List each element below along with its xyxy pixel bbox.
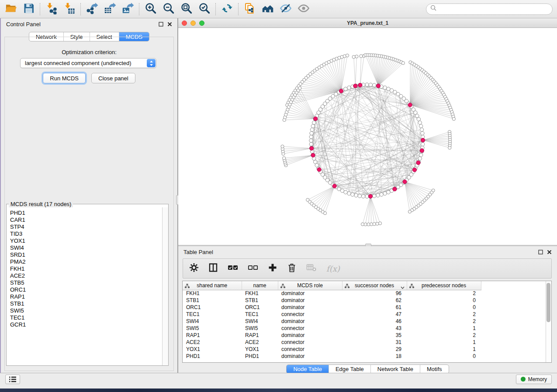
mcds-result-item[interactable]: STB5 xyxy=(10,279,162,286)
table-cell[interactable]: FKH1 xyxy=(183,290,242,297)
close-panel-icon[interactable] xyxy=(167,21,172,28)
import-network-button[interactable] xyxy=(42,1,60,17)
first-neighbors-button[interactable] xyxy=(259,1,277,17)
table-cell[interactable]: 61 xyxy=(342,304,407,311)
table-cell[interactable]: STB1 xyxy=(242,297,278,304)
tab-node-table[interactable]: Node Table xyxy=(287,365,329,373)
export-table-button[interactable] xyxy=(101,1,119,17)
table-row[interactable]: PHD1PHD1dominator180 xyxy=(183,353,544,360)
mcds-result-item[interactable]: GCR1 xyxy=(10,321,162,328)
table-cell[interactable]: PHD1 xyxy=(242,353,278,360)
table-row[interactable]: TEC1TEC1connector472 xyxy=(183,311,544,318)
table-row[interactable]: SWI5SWI5connector431 xyxy=(183,325,544,332)
table-cell[interactable]: dominator xyxy=(278,318,342,325)
table-row[interactable]: ORC1ORC1dominator610 xyxy=(183,304,544,311)
export-image-button[interactable] xyxy=(119,1,137,17)
table-cell[interactable]: STB1 xyxy=(183,297,242,304)
mcds-result-item[interactable]: STP4 xyxy=(10,224,162,230)
save-session-button[interactable] xyxy=(20,1,38,17)
export-network-button[interactable] xyxy=(83,1,101,17)
run-mcds-button[interactable]: Run MCDS xyxy=(43,73,86,83)
table-cell[interactable]: 0 xyxy=(407,353,481,360)
table-row[interactable]: SWI4SWI4dominator462 xyxy=(183,318,544,325)
table-cell[interactable]: dominator xyxy=(278,332,342,339)
table-cell[interactable]: 46 xyxy=(342,318,407,325)
zoom-fit-button[interactable] xyxy=(177,1,195,17)
scrollbar-thumb[interactable] xyxy=(547,283,550,322)
table-cell[interactable]: dominator xyxy=(278,353,342,360)
tab-network-table[interactable]: Network Table xyxy=(370,365,420,373)
mcds-result-item[interactable]: CAR1 xyxy=(10,217,162,224)
table-cell[interactable]: TEC1 xyxy=(242,311,278,318)
table-cell[interactable]: 43 xyxy=(342,325,407,332)
mcds-result-item[interactable]: RAP1 xyxy=(10,293,162,300)
network-canvas[interactable] xyxy=(178,28,557,245)
table-cell[interactable]: 2 xyxy=(407,318,481,325)
search-input[interactable] xyxy=(439,6,548,12)
zoom-out-button[interactable] xyxy=(159,1,177,17)
column-header-predecessor-nodes[interactable]: predecessor nodes xyxy=(407,281,481,290)
float-panel-icon[interactable] xyxy=(159,21,163,28)
mcds-result-item[interactable]: SWI5 xyxy=(10,307,162,314)
table-row[interactable]: FKH1FKH1dominator962 xyxy=(183,290,544,297)
table-cell[interactable]: YOX1 xyxy=(183,346,242,353)
table-cell[interactable]: ACE2 xyxy=(183,339,242,346)
zoom-selected-button[interactable] xyxy=(195,1,213,17)
mcds-result-item[interactable]: YOX1 xyxy=(10,237,162,244)
tab-motifs[interactable]: Motifs xyxy=(420,365,449,373)
table-cell[interactable]: RAP1 xyxy=(242,332,278,339)
show-task-history-button[interactable] xyxy=(5,375,20,384)
table-cell[interactable]: dominator xyxy=(278,290,342,297)
table-cell[interactable]: SWI4 xyxy=(183,318,242,325)
refresh-view-button[interactable] xyxy=(218,1,236,17)
table-row[interactable]: YOX1YOX1connector291 xyxy=(183,346,544,353)
mcds-result-item[interactable]: PHD1 xyxy=(10,210,162,217)
table-cell[interactable]: ORC1 xyxy=(242,304,278,311)
network-graph[interactable] xyxy=(178,28,557,245)
table-row[interactable]: ACE2ACE2connector311 xyxy=(183,339,544,346)
table-cell[interactable]: ORC1 xyxy=(183,304,242,311)
column-header-name[interactable]: name xyxy=(242,281,278,290)
table-cell[interactable]: connector xyxy=(278,311,342,318)
close-panel-icon[interactable] xyxy=(547,248,552,256)
table-cell[interactable]: 0 xyxy=(407,297,481,304)
table-cell[interactable]: 2 xyxy=(407,332,481,339)
table-cell[interactable]: 35 xyxy=(342,332,407,339)
table-cell[interactable]: dominator xyxy=(278,304,342,311)
table-cell[interactable]: connector xyxy=(278,346,342,353)
select-all-button[interactable] xyxy=(228,263,238,274)
table-cell[interactable]: 96 xyxy=(342,290,407,297)
column-header-shared-name[interactable]: shared name xyxy=(183,281,242,290)
table-cell[interactable]: connector xyxy=(278,325,342,332)
column-header-successor-nodes[interactable]: successor nodes xyxy=(342,281,407,290)
table-row[interactable]: STB1STB1dominator620 xyxy=(183,297,544,304)
table-cell[interactable]: 31 xyxy=(342,339,407,346)
table-cell[interactable]: ACE2 xyxy=(242,339,278,346)
mcds-result-item[interactable]: FKH1 xyxy=(10,265,162,272)
table-cell[interactable]: SWI5 xyxy=(183,325,242,332)
table-cell[interactable]: 2 xyxy=(407,290,481,297)
float-panel-icon[interactable] xyxy=(538,248,543,256)
table-cell[interactable]: connector xyxy=(278,339,342,346)
table-cell[interactable]: SWI5 xyxy=(242,325,278,332)
table-row[interactable]: RAP1RAP1dominator352 xyxy=(183,332,544,339)
show-all-button[interactable] xyxy=(294,1,312,17)
hide-selected-button[interactable] xyxy=(277,1,294,17)
mcds-result-item[interactable]: TID3 xyxy=(10,230,162,237)
mcds-result-item[interactable]: SRD1 xyxy=(10,251,162,258)
mcds-result-item[interactable]: SWI4 xyxy=(10,244,162,251)
table-cell[interactable]: 29 xyxy=(342,346,407,353)
open-file-button[interactable] xyxy=(2,1,20,17)
table-cell[interactable]: 1 xyxy=(407,346,481,353)
table-cell[interactable]: 18 xyxy=(342,353,407,360)
table-settings-button[interactable] xyxy=(189,263,199,274)
deselect-all-button[interactable] xyxy=(248,263,258,274)
table-cell[interactable]: dominator xyxy=(278,297,342,304)
table-scrollbar[interactable] xyxy=(546,281,551,362)
table-cell[interactable]: FKH1 xyxy=(242,290,278,297)
table-cell[interactable]: 62 xyxy=(342,297,407,304)
import-table-button[interactable] xyxy=(60,1,78,17)
delete-column-button[interactable] xyxy=(287,263,297,274)
table-cell[interactable]: 47 xyxy=(342,311,407,318)
table-cell[interactable]: 0 xyxy=(407,304,481,311)
